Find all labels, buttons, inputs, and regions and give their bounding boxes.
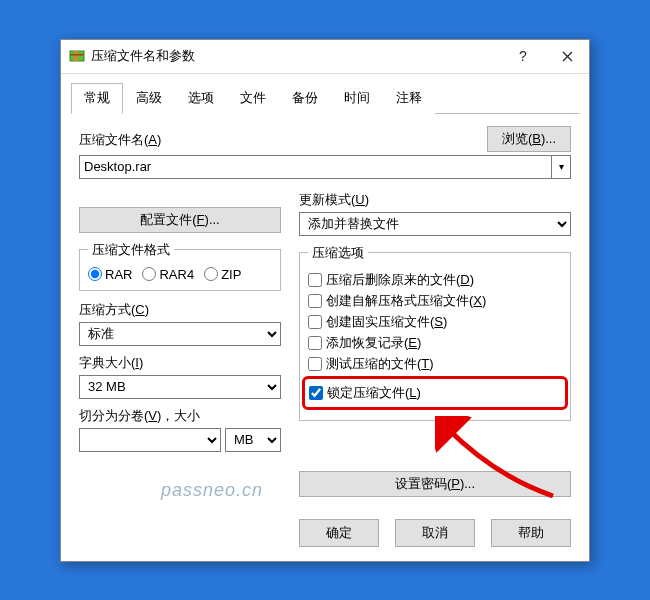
titlebar: 压缩文件名和参数 ?: [61, 40, 589, 74]
password-button[interactable]: 设置密码(P)...: [299, 471, 571, 497]
help-button[interactable]: ?: [501, 40, 545, 72]
split-label: 切分为分卷(V)，大小: [79, 407, 281, 425]
tab-options[interactable]: 选项: [175, 83, 227, 114]
close-button[interactable]: [545, 40, 589, 72]
options-legend: 压缩选项: [308, 244, 368, 262]
tab-files[interactable]: 文件: [227, 83, 279, 114]
tab-bar: 常规 高级 选项 文件 备份 时间 注释: [71, 82, 579, 114]
ok-button[interactable]: 确定: [299, 519, 379, 547]
options-group: 压缩选项 压缩后删除原来的文件(D) 创建自解压格式压缩文件(X) 创建固实压缩…: [299, 244, 571, 421]
watermark: passneo.cn: [161, 480, 263, 501]
cancel-button[interactable]: 取消: [395, 519, 475, 547]
filename-input[interactable]: [79, 155, 551, 179]
tab-time[interactable]: 时间: [331, 83, 383, 114]
profile-button[interactable]: 配置文件(F)...: [79, 207, 281, 233]
opt-create-solid[interactable]: 创建固实压缩文件(S): [308, 313, 562, 331]
update-mode-select[interactable]: 添加并替换文件: [299, 212, 571, 236]
opt-delete-after[interactable]: 压缩后删除原来的文件(D): [308, 271, 562, 289]
opt-test-files[interactable]: 测试压缩的文件(T): [308, 355, 562, 373]
dialog-footer: 确定 取消 帮助: [61, 509, 589, 561]
update-mode-label: 更新模式(U): [299, 191, 571, 209]
format-group: 压缩文件格式 RAR RAR4 ZIP: [79, 241, 281, 291]
svg-rect-1: [74, 51, 78, 61]
dialog-window: 压缩文件名和参数 ? 常规 高级 选项 文件 备份 时间 注释 压缩文件名(A)…: [60, 39, 590, 562]
dict-select[interactable]: 32 MB: [79, 375, 281, 399]
tab-general[interactable]: 常规: [71, 83, 123, 114]
tab-advanced[interactable]: 高级: [123, 83, 175, 114]
app-icon: [69, 48, 85, 64]
help-footer-button[interactable]: 帮助: [491, 519, 571, 547]
dict-label: 字典大小(I): [79, 354, 281, 372]
lock-highlight-annotation: 锁定压缩文件(L): [302, 376, 568, 410]
svg-rect-2: [70, 54, 84, 56]
tab-backup[interactable]: 备份: [279, 83, 331, 114]
filename-combo[interactable]: ▾: [79, 155, 571, 179]
split-size-select[interactable]: [79, 428, 221, 452]
opt-create-sfx[interactable]: 创建自解压格式压缩文件(X): [308, 292, 562, 310]
split-unit-select[interactable]: MB: [225, 428, 281, 452]
window-title: 压缩文件名和参数: [91, 47, 501, 65]
format-zip[interactable]: ZIP: [204, 267, 241, 282]
format-rar4[interactable]: RAR4: [142, 267, 194, 282]
method-label: 压缩方式(C): [79, 301, 281, 319]
close-icon: [562, 51, 573, 62]
browse-button[interactable]: 浏览(B)...: [487, 126, 571, 152]
method-select[interactable]: 标准: [79, 322, 281, 346]
format-legend: 压缩文件格式: [88, 241, 174, 259]
tab-comment[interactable]: 注释: [383, 83, 435, 114]
tab-content: 压缩文件名(A) 浏览(B)... ▾ 配置文件(F)... 压缩文件格式 RA…: [61, 114, 589, 509]
format-rar[interactable]: RAR: [88, 267, 132, 282]
chevron-down-icon[interactable]: ▾: [551, 155, 571, 179]
opt-add-recovery[interactable]: 添加恢复记录(E): [308, 334, 562, 352]
opt-lock-archive[interactable]: 锁定压缩文件(L): [309, 384, 561, 402]
filename-label: 压缩文件名(A): [79, 131, 487, 149]
